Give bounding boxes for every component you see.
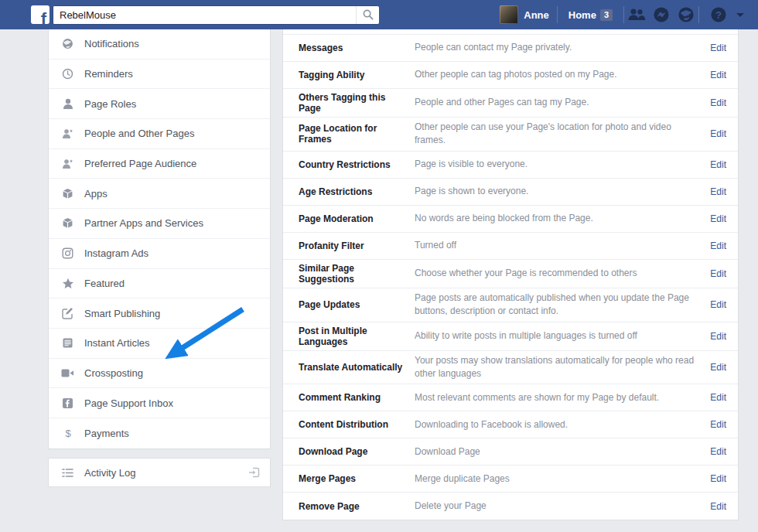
setting-row-download-page: Download Page Download Page Edit bbox=[283, 438, 738, 466]
sidebar-item-activity-log[interactable]: Activity Log bbox=[48, 458, 271, 487]
facebook-icon bbox=[61, 397, 74, 409]
star-icon bbox=[61, 278, 74, 289]
setting-name: Comment Ranking bbox=[299, 392, 415, 403]
setting-description: Merge duplicate Pages bbox=[415, 472, 702, 486]
help-icon: ? bbox=[710, 6, 727, 23]
setting-name: Others Tagging this Page bbox=[299, 92, 415, 114]
sidebar-item-label: Payments bbox=[84, 428, 129, 439]
video-camera-icon bbox=[61, 368, 74, 378]
setting-name: Page Moderation bbox=[299, 213, 415, 224]
edit-link[interactable]: Edit bbox=[710, 331, 726, 342]
sidebar-item-label: Reminders bbox=[84, 68, 133, 80]
edit-link[interactable]: Edit bbox=[710, 128, 726, 139]
setting-description: Download Page bbox=[415, 445, 702, 459]
edit-link[interactable]: Edit bbox=[710, 501, 726, 512]
friends-icon bbox=[627, 8, 646, 22]
messenger-icon bbox=[653, 6, 670, 23]
setting-name: Remove Page bbox=[299, 501, 415, 512]
search-input[interactable] bbox=[53, 5, 379, 25]
setting-row-remove-page: Remove Page Delete your Page Edit bbox=[283, 493, 738, 520]
setting-name: Merge Pages bbox=[299, 473, 415, 484]
setting-row-profanity-filter: Profanity Filter Turned off Edit bbox=[283, 233, 738, 260]
setting-row-messages: Messages People can contact my Page priv… bbox=[283, 35, 738, 62]
edit-link[interactable]: Edit bbox=[710, 186, 726, 197]
setting-row-page-moderation: Page Moderation No words are being block… bbox=[283, 206, 738, 233]
cube-icon bbox=[61, 188, 74, 200]
sidebar-item-label: Partner Apps and Services bbox=[84, 217, 203, 229]
sidebar-item-label: People and Other Pages bbox=[84, 128, 194, 139]
setting-name: Age Restrictions bbox=[299, 186, 415, 197]
top-navbar: f Anne Home 3 bbox=[0, 0, 758, 29]
sidebar-item-label: Instagram Ads bbox=[84, 247, 149, 259]
edit-link[interactable]: Edit bbox=[710, 299, 726, 310]
sidebar-item-page-roles[interactable]: Page Roles bbox=[49, 89, 270, 119]
profile-name[interactable]: Anne bbox=[524, 9, 549, 21]
setting-description: Page is shown to everyone. bbox=[415, 185, 702, 198]
sidebar-item-people-and-other-pages[interactable]: People and Other Pages bbox=[49, 119, 270, 149]
account-menu-caret-icon[interactable] bbox=[736, 13, 744, 17]
sidebar-item-featured[interactable]: Featured bbox=[49, 269, 270, 299]
setting-row-country-restrictions: Country Restrictions Page is visible to … bbox=[283, 152, 738, 179]
home-notification-badge: 3 bbox=[600, 9, 613, 21]
person-star-icon bbox=[61, 158, 74, 169]
setting-name: Page Updates bbox=[299, 299, 415, 310]
edit-link[interactable]: Edit bbox=[710, 268, 726, 279]
setting-row-similar-page-suggestions: Similar Page Suggestions Choose whether … bbox=[283, 260, 738, 288]
edit-link[interactable]: Edit bbox=[710, 213, 726, 224]
edit-link[interactable]: Edit bbox=[710, 43, 726, 53]
edit-link[interactable]: Edit bbox=[710, 473, 726, 484]
home-button[interactable]: Home 3 bbox=[568, 9, 613, 21]
sidebar-item-partner-apps-and-services[interactable]: Partner Apps and Services bbox=[49, 209, 270, 239]
edit-link[interactable]: Edit bbox=[710, 97, 726, 108]
avatar[interactable] bbox=[500, 5, 518, 24]
sidebar-item-apps[interactable]: Apps bbox=[49, 179, 270, 209]
sidebar-item-payments[interactable]: $ Payments bbox=[49, 418, 270, 448]
sidebar-item-smart-publishing[interactable]: Smart Publishing bbox=[49, 298, 270, 329]
table-top-cut-row bbox=[283, 29, 738, 35]
sidebar-item-label: Smart Publishing bbox=[84, 308, 160, 319]
setting-name: Tagging Ability bbox=[299, 70, 415, 80]
list-icon bbox=[61, 468, 74, 478]
edit-link[interactable]: Edit bbox=[710, 446, 726, 457]
edit-link[interactable]: Edit bbox=[710, 159, 726, 170]
edit-link[interactable]: Edit bbox=[710, 392, 726, 403]
setting-description: Your posts may show translations automat… bbox=[415, 354, 702, 381]
settings-sidebar: Notifications Reminders Page Roles Peopl… bbox=[48, 29, 271, 449]
edit-link[interactable]: Edit bbox=[710, 362, 726, 373]
notifications-globe-button[interactable] bbox=[674, 4, 698, 26]
sidebar-item-notifications[interactable]: Notifications bbox=[49, 29, 270, 60]
sidebar-item-label: Featured bbox=[84, 278, 125, 289]
setting-description: No words are being blocked from the Page… bbox=[415, 212, 702, 225]
sidebar-item-reminders[interactable]: Reminders bbox=[49, 60, 270, 90]
sidebar-item-instagram-ads[interactable]: Instagram Ads bbox=[49, 239, 270, 269]
search-button[interactable] bbox=[356, 6, 379, 24]
edit-link[interactable]: Edit bbox=[710, 419, 726, 430]
setting-name: Post in Multiple Languages bbox=[299, 326, 415, 347]
help-button[interactable]: ? bbox=[710, 6, 727, 23]
sidebar-item-page-support-inbox[interactable]: Page Support Inbox bbox=[49, 388, 270, 418]
sidebar-item-crossposting[interactable]: Crossposting bbox=[49, 359, 270, 389]
edit-link[interactable]: Edit bbox=[710, 70, 726, 80]
instagram-icon bbox=[61, 247, 74, 259]
sidebar-item-label: Notifications bbox=[84, 38, 139, 49]
cube-icon bbox=[61, 217, 74, 229]
sidebar-item-label: Instant Articles bbox=[84, 337, 150, 349]
settings-table: Messages People can contact my Page priv… bbox=[282, 29, 739, 520]
svg-text:?: ? bbox=[715, 9, 722, 21]
sidebar-item-instant-articles[interactable]: Instant Articles bbox=[49, 329, 270, 359]
sidebar-item-label: Preferred Page Audience bbox=[84, 158, 196, 169]
friend-requests-button[interactable] bbox=[624, 4, 649, 26]
setting-row-merge-pages: Merge Pages Merge duplicate Pages Edit bbox=[283, 466, 738, 493]
setting-description: Ability to write posts in multiple langu… bbox=[415, 329, 702, 343]
sidebar-item-preferred-page-audience[interactable]: Preferred Page Audience bbox=[49, 149, 270, 179]
globe-jewel-icon bbox=[678, 6, 695, 23]
search-icon bbox=[363, 9, 374, 20]
sidebar-item-label: Crossposting bbox=[84, 367, 143, 379]
edit-link[interactable]: Edit bbox=[710, 240, 726, 251]
person-star-icon bbox=[61, 128, 74, 139]
setting-name: Profanity Filter bbox=[299, 240, 415, 251]
open-in-icon[interactable] bbox=[248, 466, 261, 479]
messenger-button[interactable] bbox=[649, 4, 674, 26]
facebook-logo[interactable]: f bbox=[31, 5, 50, 24]
setting-name: Translate Automatically bbox=[299, 362, 415, 373]
